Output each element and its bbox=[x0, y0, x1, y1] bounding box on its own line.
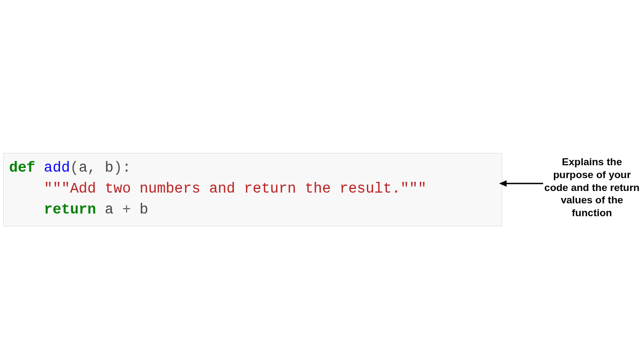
space bbox=[113, 202, 122, 218]
annotation-text: Explains the purpose of your code and th… bbox=[541, 156, 643, 219]
code-line-2: """Add two numbers and return the result… bbox=[9, 179, 496, 200]
space bbox=[96, 202, 105, 218]
paren-open: ( bbox=[70, 160, 78, 176]
colon: : bbox=[122, 160, 131, 176]
comma: , bbox=[87, 160, 96, 176]
code-line-1: def add(a, b): bbox=[9, 158, 496, 179]
indent bbox=[9, 181, 44, 197]
function-name: add bbox=[44, 160, 70, 176]
space bbox=[35, 160, 44, 176]
arrow-icon bbox=[499, 179, 543, 188]
space bbox=[96, 160, 105, 176]
paren-close: ) bbox=[113, 160, 122, 176]
docstring: """Add two numbers and return the result… bbox=[44, 181, 427, 197]
keyword-return: return bbox=[44, 202, 96, 218]
keyword-def: def bbox=[9, 160, 35, 176]
operator-plus: + bbox=[122, 202, 131, 218]
indent bbox=[9, 202, 44, 218]
code-block: def add(a, b): """Add two numbers and re… bbox=[3, 153, 502, 226]
var-a: a bbox=[105, 202, 113, 218]
var-b: b bbox=[140, 202, 148, 218]
param-b: b bbox=[105, 160, 113, 176]
space bbox=[131, 202, 140, 218]
param-a: a bbox=[79, 160, 87, 176]
svg-marker-1 bbox=[499, 180, 507, 187]
code-line-3: return a + b bbox=[9, 200, 496, 221]
